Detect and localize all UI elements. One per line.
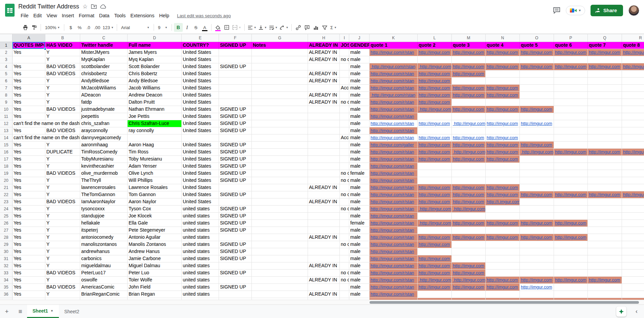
cell-H25[interactable]	[308, 213, 340, 220]
column-header-L[interactable]: L	[418, 34, 452, 42]
cell-B25[interactable]: Y	[45, 213, 80, 220]
cell-K13[interactable]: http://imgur.com/r/stan	[370, 127, 418, 134]
increase-decimals-button[interactable]: .00	[93, 23, 102, 32]
row-number-26[interactable]: 26	[0, 220, 13, 227]
cell-P30[interactable]	[554, 248, 588, 255]
cell-O24[interactable]	[520, 206, 554, 213]
column-header-F[interactable]: F	[219, 34, 252, 42]
cell-B7[interactable]: Y	[45, 85, 80, 92]
cell-L26[interactable]: http://imgur.com	[418, 220, 452, 227]
cell-B3[interactable]: Y	[45, 56, 80, 63]
cell-H14[interactable]	[308, 134, 340, 142]
cell-O25[interactable]	[520, 213, 554, 220]
cloud-status-icon[interactable]	[100, 4, 106, 9]
cell-A34[interactable]: Yes	[13, 277, 45, 284]
cell-O15[interactable]: http://imgur.com	[520, 142, 554, 149]
cell-R36[interactable]	[622, 291, 644, 298]
cell-K10[interactable]: http://imgur.com/r/stan	[370, 106, 418, 113]
cell-R33[interactable]	[622, 270, 644, 277]
cell-D2[interactable]: James Myers	[128, 49, 182, 56]
cell-G30[interactable]	[252, 248, 308, 255]
cell-H23[interactable]: ALREADY IN	[308, 198, 340, 206]
text-wrap-icon[interactable]: ▼	[268, 23, 279, 32]
cell-D12[interactable]: Chris Szafran-Luce	[128, 120, 182, 127]
cell-A3[interactable]	[13, 56, 45, 63]
cell-D34[interactable]: Toler Wolfe	[128, 277, 182, 284]
cell-A23[interactable]: Yes	[13, 198, 45, 206]
cell-Q14[interactable]	[588, 134, 622, 142]
cell-H33[interactable]	[308, 270, 340, 277]
cell-J28[interactable]: male	[349, 234, 370, 241]
cell-R30[interactable]	[622, 248, 644, 255]
cell-D33[interactable]: Peter Luo	[128, 270, 182, 277]
cell-C34[interactable]: oswolfe	[80, 277, 128, 284]
functions-icon-arrow[interactable]: ▼	[334, 26, 337, 29]
cell-R6[interactable]	[622, 78, 644, 85]
cell-O8[interactable]	[520, 92, 554, 99]
zoom-select-arrow[interactable]: ▼	[57, 26, 60, 29]
cell-D27[interactable]: Pete Stegemeyer	[128, 227, 182, 234]
column-header-B[interactable]: B	[45, 34, 80, 42]
cell-G2[interactable]	[252, 49, 308, 56]
cell-C29[interactable]: manoliszontanos	[80, 241, 128, 248]
cell-D14[interactable]	[128, 134, 182, 142]
cell-Q29[interactable]	[588, 241, 622, 248]
cell-F2[interactable]	[219, 49, 252, 56]
cell-B6[interactable]: Y	[45, 78, 80, 85]
tab-sheet2[interactable]: Sheet2	[59, 305, 85, 318]
cell-K22[interactable]: http://imgur.com/r/stan	[370, 191, 418, 198]
cell-I20[interactable]: no cc	[340, 177, 349, 184]
cell-D13[interactable]: ray connolly	[128, 127, 182, 134]
cell-L30[interactable]	[418, 248, 452, 255]
cell-A21[interactable]: Yes	[13, 184, 45, 191]
text-color-button[interactable]: A	[200, 23, 209, 32]
cell-Q28[interactable]	[588, 234, 622, 241]
cell-F10[interactable]: SIGNED UP	[219, 106, 252, 113]
cell-R20[interactable]	[622, 177, 644, 184]
cell-O34[interactable]: http://imgur.com	[520, 277, 554, 284]
cell-H34[interactable]: ALREADY IN	[308, 277, 340, 284]
cell-D18[interactable]: Adam Yenser	[128, 163, 182, 170]
cell-J6[interactable]: male	[349, 78, 370, 85]
cell-H35[interactable]	[308, 284, 340, 291]
cell-F7[interactable]	[219, 85, 252, 92]
cell-Q6[interactable]	[588, 78, 622, 85]
cell-P16[interactable]: http://imgur.com	[554, 149, 588, 156]
cell-G32[interactable]	[252, 262, 308, 270]
cell-B23[interactable]: BAD VIDEOS	[45, 198, 80, 206]
cell-O12[interactable]: http://imgur.com	[520, 120, 554, 127]
cell-J36[interactable]: male	[349, 291, 370, 298]
cell-O31[interactable]	[520, 255, 554, 262]
cell-R34[interactable]	[622, 277, 644, 284]
row-number-9[interactable]: 9	[0, 99, 13, 106]
cell-Q8[interactable]	[588, 92, 622, 99]
cell-O9[interactable]	[520, 99, 554, 106]
cell-I19[interactable]: no cc	[340, 170, 349, 177]
cell-N23[interactable]: http://i.imgur.com	[486, 198, 520, 206]
cell-G18[interactable]	[252, 163, 308, 170]
cell-F18[interactable]: SIGNED UP	[219, 163, 252, 170]
column-header-G[interactable]: G	[252, 34, 308, 42]
cell-C32[interactable]: migueldalmau	[80, 262, 128, 270]
row-number-4[interactable]: 4	[0, 63, 13, 70]
cell-E15[interactable]: United States	[182, 142, 219, 149]
cell-I36[interactable]	[340, 291, 349, 298]
cell-D11[interactable]: Joe Pettis	[128, 113, 182, 120]
cell-H11[interactable]	[308, 113, 340, 120]
cell-C33[interactable]: PeterLuo17	[80, 270, 128, 277]
cell-G27[interactable]	[252, 227, 308, 234]
cell-L1[interactable]: quote 2	[418, 42, 452, 49]
cell-P36[interactable]	[554, 291, 588, 298]
tab-sheet1[interactable]: Sheet1 ▼	[27, 305, 59, 318]
more-formats-button[interactable]: 123▼	[102, 23, 115, 32]
cell-N8[interactable]: http://imgur.com	[486, 92, 520, 99]
insert-chart-icon[interactable]	[311, 23, 320, 32]
cell-I26[interactable]	[340, 220, 349, 227]
cell-F16[interactable]: SIGNED UP	[219, 149, 252, 156]
row-number-16[interactable]: 16	[0, 149, 13, 156]
cell-I17[interactable]	[340, 156, 349, 163]
cell-J19[interactable]: female	[349, 170, 370, 177]
cell-D19[interactable]: Olive Lynch	[128, 170, 182, 177]
cell-H8[interactable]: ALREADY IN	[308, 92, 340, 99]
cell-B21[interactable]: Y	[45, 184, 80, 191]
